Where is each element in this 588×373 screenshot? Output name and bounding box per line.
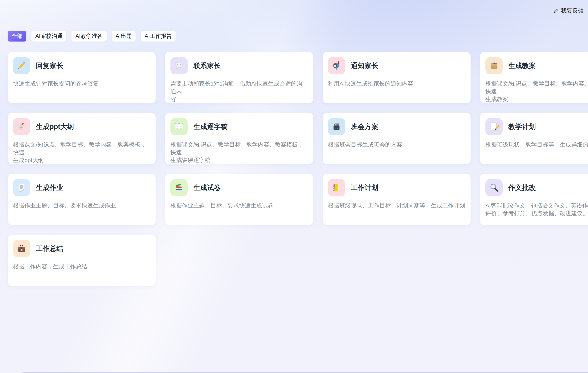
card-reply-parents[interactable]: 回复家长 快速生成针对家长提问的参考答复 xyxy=(8,52,156,103)
card-title: 生成ppt大纲 xyxy=(36,122,74,131)
card-title: 教学计划 xyxy=(508,122,536,131)
mailbox-icon xyxy=(328,57,345,74)
card-title: 联系家长 xyxy=(193,61,221,71)
card-generate-script[interactable]: 生成逐字稿 根据课文/知识点、教学目标、教学内容、教案模板，快速 生成讲课逐字稿 xyxy=(165,113,313,164)
speech-balloon-icon xyxy=(170,57,188,74)
card-generate-ppt-outline[interactable]: 生成ppt大纲 根据课文/知识点、教学目标、教学内容、教案模板，快速 生成ppt… xyxy=(8,113,156,164)
card-description: 快速生成针对家长提问的参考答复 xyxy=(13,80,150,87)
card-title: 生成试卷 xyxy=(193,183,221,192)
card-title: 工作总结 xyxy=(36,244,63,253)
card-description: 根据课文/知识点、教学目标、教学内容、教案模板，快速 生成讲课逐字稿 xyxy=(170,141,308,164)
magnifying-glass-icon xyxy=(485,179,503,196)
card-description: AI智能批改作文，包括语文作文、英语作文等。综合 评价、参考打分、优点发掘、改进… xyxy=(485,202,588,217)
ledger-icon xyxy=(328,179,345,196)
card-generate-homework[interactable]: 生成作业 根据作业主题、目标、要求快速生成作业 xyxy=(8,174,156,225)
feedback-label: 我要反馈 xyxy=(561,7,584,15)
card-work-summary[interactable]: 工作总结 根据工作内容，生成工作总结 xyxy=(8,235,156,286)
tab-ai-teaching-prep[interactable]: AI教学准备 xyxy=(72,31,106,41)
open-book-icon xyxy=(170,118,188,135)
card-title: 回复家长 xyxy=(36,61,63,71)
card-title: 生成作业 xyxy=(36,183,63,192)
card-title: 生成教案 xyxy=(508,61,536,71)
card-description: 根据课文/知识点、教学目标、教学内容、教案模板，快速 生成教案 xyxy=(485,80,588,103)
card-description: 根据工作内容，生成工作总结 xyxy=(13,262,150,270)
tab-ai-work-report[interactable]: AI工作报告 xyxy=(141,31,176,41)
card-description: 根据课文/知识点、教学目标、教学内容、教案模板，快速 生成ppt大纲 xyxy=(13,141,150,164)
card-generate-exam[interactable]: 生成试卷 根据作业主题、目标、要求快速生成试卷 xyxy=(165,174,313,225)
memo-icon xyxy=(485,118,503,135)
card-class-meeting-plan[interactable]: 班会方案 根据班会目标生成班会的方案 xyxy=(323,113,471,164)
card-description: 根据作业主题、目标、要求快速生成作业 xyxy=(13,202,150,209)
card-title: 工作计划 xyxy=(351,183,378,192)
feedback-button[interactable]: 我要反馈 xyxy=(553,7,584,15)
card-description: 利用AI快速生成给家长的通知内容 xyxy=(328,80,465,87)
card-description: 根据班会目标生成班会的方案 xyxy=(328,141,465,148)
card-notify-parents[interactable]: 通知家长 利用AI快速生成给家长的通知内容 xyxy=(323,52,471,103)
card-work-plan[interactable]: 工作计划 根据班级现状、工作目标、计划周期等，生成工作计划 xyxy=(323,174,471,225)
card-description: 根据班级现状、工作目标、计划周期等，生成工作计划 xyxy=(328,202,465,209)
card-essay-grading[interactable]: 作文批改 AI智能批改作文，包括语文作文、英语作文等。综合 评价、参考打分、优点… xyxy=(480,174,588,225)
tab-all[interactable]: 全部 xyxy=(8,31,26,41)
card-teaching-plan[interactable]: 教学计划 根据班级现状、教学目标等，生成详细的教学计划 xyxy=(480,113,588,164)
card-title: 生成逐字稿 xyxy=(193,122,228,131)
pencil-icon xyxy=(13,57,30,74)
briefcase-icon xyxy=(13,240,30,257)
card-file-box-icon xyxy=(328,118,345,135)
bookmark-icon xyxy=(13,118,30,135)
books-icon xyxy=(170,179,188,196)
tab-ai-home-school[interactable]: AI家校沟通 xyxy=(32,31,66,41)
card-description: 根据作业主题、目标、要求快速生成试卷 xyxy=(170,202,308,209)
card-index-dividers-icon xyxy=(485,57,503,74)
feedback-pencil-icon xyxy=(553,8,559,14)
ai-teacher-tools-page: 我要反馈 全部 AI家校沟通 AI教学准备 AI出题 AI工作报告 回复家长 xyxy=(0,0,588,373)
tool-card-grid: 回复家长 快速生成针对家长提问的参考答复 联系家长 需要主动和家长1对1沟通，借… xyxy=(8,52,588,286)
card-title: 作文批改 xyxy=(508,183,536,192)
filter-tabs: 全部 AI家校沟通 AI教学准备 AI出题 AI工作报告 xyxy=(8,31,176,41)
card-contact-parents[interactable]: 联系家长 需要主动和家长1对1沟通，借助AI快速生成合适的沟通内 容 xyxy=(165,52,313,103)
card-description: 需要主动和家长1对1沟通，借助AI快速生成合适的沟通内 容 xyxy=(170,80,308,103)
tab-ai-question[interactable]: AI出题 xyxy=(112,31,136,41)
card-title: 通知家长 xyxy=(351,61,378,71)
page-with-curl-icon xyxy=(13,179,30,196)
card-title: 班会方案 xyxy=(351,122,378,131)
card-generate-lesson-plan[interactable]: 生成教案 根据课文/知识点、教学目标、教学内容、教案模板，快速 生成教案 xyxy=(480,52,588,103)
card-description: 根据班级现状、教学目标等，生成详细的教学计划 xyxy=(485,141,588,148)
